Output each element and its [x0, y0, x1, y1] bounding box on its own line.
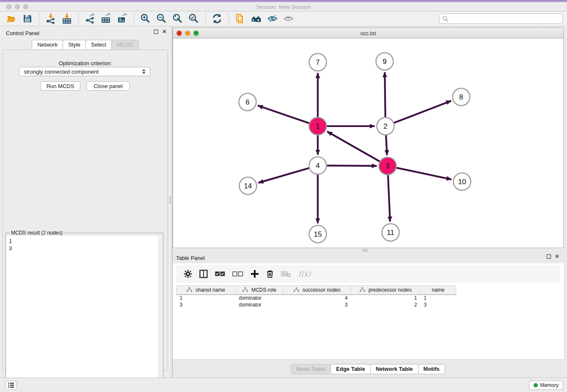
- first-neighbors-icon[interactable]: [251, 13, 262, 24]
- network-graph-canvas[interactable]: 7968124314101511: [173, 39, 563, 248]
- cell-name[interactable]: 3: [421, 301, 456, 308]
- memory-button[interactable]: Memory: [529, 381, 563, 390]
- table-toolbar: f(x): [176, 265, 560, 283]
- select-all-rows-icon[interactable]: [215, 269, 225, 279]
- float-panel-icon[interactable]: [154, 30, 158, 34]
- edge-2-9[interactable]: [385, 72, 385, 117]
- float-panel-icon[interactable]: [547, 254, 551, 259]
- titlebar-accent-strip: [0, 0, 567, 2]
- export-image-icon[interactable]: [117, 13, 128, 24]
- control-panel: Control Panel ✕ NetworkStyleSelectMCDS O…: [0, 26, 171, 378]
- mcds-result-box: MCDS result (2 nodes) 1 3: [6, 233, 163, 392]
- cell-shared-name[interactable]: 1: [176, 295, 236, 301]
- run-mcds-button[interactable]: Run MCDS: [40, 81, 80, 91]
- column-header-predecessor-nodes[interactable]: predecessor nodes: [351, 286, 421, 295]
- status-bar: Memory: [0, 378, 567, 392]
- cell-successor-nodes[interactable]: 4: [284, 295, 351, 301]
- zoom-selected-icon[interactable]: [188, 13, 199, 24]
- open-file-icon[interactable]: [6, 13, 17, 24]
- import-table-from-file-icon[interactable]: [61, 13, 72, 24]
- save-session-icon[interactable]: [22, 13, 33, 24]
- table-row[interactable]: 3dominator323: [176, 301, 456, 308]
- tab-network-table[interactable]: Network Table: [370, 364, 418, 374]
- memory-label: Memory: [540, 382, 559, 388]
- node-label-14: 14: [244, 182, 252, 190]
- cell-name[interactable]: 1: [421, 295, 456, 301]
- shared-column-icon: [187, 287, 192, 292]
- tab-select[interactable]: Select: [85, 40, 112, 50]
- table-tabs: Node TableEdge TableNetwork TableMotifs: [173, 364, 564, 374]
- network-view-title: scc.txt: [173, 30, 563, 36]
- node-label-8: 8: [459, 93, 463, 101]
- column-header-shared-name[interactable]: shared name: [176, 286, 236, 295]
- memory-status-icon: [534, 383, 538, 387]
- edge-4-14[interactable]: [258, 168, 309, 183]
- new-network-from-selection-icon[interactable]: [235, 13, 246, 24]
- column-header-MCDS-role[interactable]: MCDS role: [236, 286, 284, 295]
- close-panel-button[interactable]: Close panel: [86, 81, 130, 91]
- splitter-grip-horizontal[interactable]: [362, 249, 368, 252]
- network-window-titlebar: x − + scc.txt: [173, 28, 563, 39]
- edge-3-11[interactable]: [388, 175, 390, 221]
- cell-MCDS-role[interactable]: dominator: [236, 295, 284, 301]
- window-title: Session: New Session: [0, 4, 567, 10]
- zoom-fit-icon[interactable]: [172, 13, 183, 24]
- show-all-icon[interactable]: [283, 13, 294, 24]
- select-chevrons-icon: [142, 69, 146, 74]
- cell-shared-name[interactable]: 3: [176, 301, 236, 308]
- table-options-gear-icon[interactable]: [184, 269, 192, 279]
- cell-MCDS-role[interactable]: dominator: [236, 301, 284, 308]
- node-label-2: 2: [383, 122, 387, 130]
- apply-preferred-layout-icon[interactable]: [212, 13, 223, 24]
- node-label-9: 9: [383, 58, 386, 66]
- criterion-select[interactable]: strongly connected component: [19, 67, 150, 76]
- edge-2-3[interactable]: [386, 135, 387, 155]
- mcds-result-scrollbar[interactable]: [158, 236, 162, 392]
- node-table: shared nameMCDS rolesuccessor nodesprede…: [176, 285, 560, 308]
- edge-3-10[interactable]: [396, 168, 451, 179]
- create-column-icon[interactable]: [250, 269, 259, 279]
- show-column-panel-icon[interactable]: [199, 269, 208, 279]
- node-label-1: 1: [316, 122, 319, 130]
- tab-edge-table[interactable]: Edge Table: [330, 364, 370, 374]
- cell-predecessor-nodes[interactable]: 1: [351, 295, 421, 301]
- zoom-in-icon[interactable]: [140, 13, 151, 24]
- tab-node-table[interactable]: Node Table: [291, 364, 331, 374]
- delete-columns-icon[interactable]: [266, 269, 274, 279]
- zoom-out-icon[interactable]: [156, 13, 167, 24]
- edge-1-6[interactable]: [258, 105, 309, 123]
- cell-successor-nodes[interactable]: 3: [284, 301, 351, 308]
- hide-selected-icon[interactable]: [267, 13, 278, 24]
- table-panel-header: Table Panel ✕: [173, 252, 564, 263]
- search-input[interactable]: [450, 16, 562, 22]
- mcds-pane: Optimization criterion: strongly connect…: [3, 50, 168, 371]
- export-table-icon[interactable]: [101, 13, 112, 24]
- show-log-console-button[interactable]: [5, 381, 17, 390]
- tab-network[interactable]: Network: [32, 40, 63, 50]
- criterion-value: strongly connected component: [24, 69, 99, 75]
- close-panel-icon[interactable]: ✕: [162, 30, 167, 34]
- deselect-all-rows-icon[interactable]: [232, 269, 243, 279]
- control-panel-tabs: NetworkStyleSelectMCDS: [0, 40, 171, 50]
- function-builder-icon: f(x): [298, 269, 311, 279]
- table-panel-footer: Node TableEdge TableNetwork TableMotifs: [173, 359, 564, 378]
- tab-style[interactable]: Style: [63, 40, 86, 50]
- shared-column-icon: [294, 287, 299, 292]
- app-titlebar: Session: New Session: [0, 0, 567, 11]
- node-label-10: 10: [458, 178, 466, 186]
- edge-4-3[interactable]: [327, 166, 377, 166]
- optimization-criterion-label: Optimization criterion:: [3, 60, 168, 66]
- close-panel-icon[interactable]: ✕: [555, 254, 559, 259]
- column-header-successor-nodes[interactable]: successor nodes: [284, 286, 351, 295]
- control-panel-header: Control Panel ✕: [0, 26, 171, 39]
- tab-mcds[interactable]: MCDS: [111, 40, 138, 50]
- cell-predecessor-nodes[interactable]: 2: [351, 301, 421, 308]
- table-panel: Table Panel ✕ f(x) shared nameM: [173, 252, 564, 378]
- column-header-name[interactable]: name: [421, 286, 456, 295]
- table-row[interactable]: 1dominator411: [176, 295, 456, 301]
- tab-motifs[interactable]: Motifs: [418, 364, 445, 374]
- edge-2-8[interactable]: [394, 101, 451, 123]
- edge-3-1[interactable]: [327, 132, 380, 162]
- export-network-icon[interactable]: [85, 13, 96, 24]
- import-network-from-file-icon[interactable]: [45, 13, 56, 24]
